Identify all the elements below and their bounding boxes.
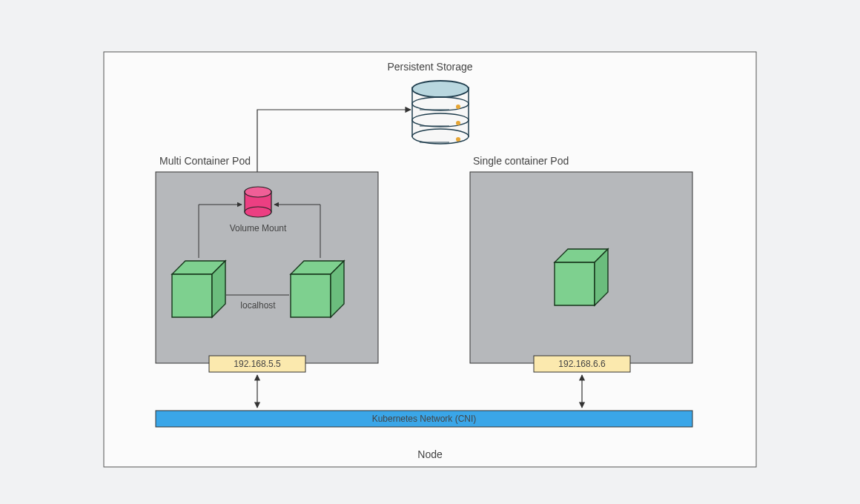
single-container-pod: Single container Pod 192.168.6.6 (470, 155, 692, 372)
svg-point-6 (456, 121, 460, 125)
volume-mount-label: Volume Mount (230, 223, 287, 233)
container-cube-right (291, 261, 344, 317)
single-pod-title: Single container Pod (473, 155, 569, 167)
svg-point-14 (245, 187, 271, 197)
network-label: Kubernetes Network (CNI) (372, 414, 477, 424)
svg-point-7 (456, 137, 460, 142)
volume-mount-icon (245, 187, 271, 217)
svg-marker-19 (291, 274, 331, 317)
svg-point-3 (412, 97, 469, 110)
svg-point-5 (456, 105, 460, 109)
svg-marker-16 (172, 274, 212, 317)
svg-point-4 (412, 81, 469, 97)
node-label: Node (417, 448, 443, 460)
localhost-label: localhost (240, 300, 276, 311)
diagram-canvas: Node Persistent Storage Multi Container … (0, 0, 860, 504)
multi-pod-ip: 192.168.5.5 (234, 359, 281, 369)
single-pod-ip: 192.168.6.6 (558, 359, 606, 369)
multi-pod-title: Multi Container Pod (159, 155, 251, 167)
svg-point-13 (245, 207, 271, 217)
storage-icon (412, 81, 469, 144)
svg-point-1 (412, 129, 469, 144)
multi-container-pod: Multi Container Pod Volume Mount localho… (156, 155, 378, 372)
svg-marker-23 (555, 262, 595, 305)
container-cube-single (555, 249, 608, 305)
svg-point-2 (412, 113, 469, 127)
container-cube-left (172, 261, 225, 317)
diagram-title: Persistent Storage (387, 61, 472, 73)
